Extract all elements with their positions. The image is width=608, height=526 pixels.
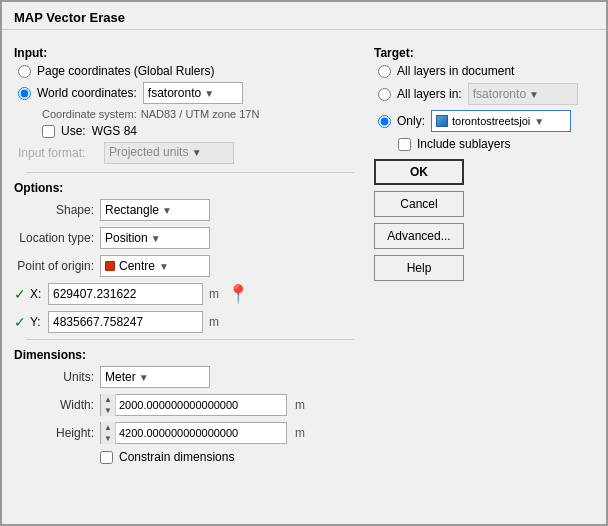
x-label: X: xyxy=(30,287,41,301)
include-sublayers-label: Include sublayers xyxy=(417,137,510,151)
options-label: Options: xyxy=(14,181,366,195)
format-label: Input format: xyxy=(18,146,98,160)
world-coords-select[interactable]: fsatoronto ▼ xyxy=(143,82,243,104)
units-value: Meter xyxy=(105,370,136,384)
all-layers-radio[interactable] xyxy=(378,65,391,78)
all-layers-in-row: All layers in: fsatoronto ▼ xyxy=(378,83,594,105)
width-input-wrap: ▲ ▼ xyxy=(100,394,287,416)
coord-system-value: NAD83 / UTM zone 17N xyxy=(141,108,260,120)
page-coords-radio[interactable] xyxy=(18,65,31,78)
units-select[interactable]: Meter ▼ xyxy=(100,366,210,388)
width-unit: m xyxy=(295,398,305,412)
x-row: ✓ X: m 📍 xyxy=(14,283,366,305)
page-coords-label: Page coordinates (Global Rulers) xyxy=(37,64,214,78)
location-type-row: Location type: Position ▼ xyxy=(14,227,366,249)
origin-arrow: ▼ xyxy=(159,261,169,272)
all-layers-label: All layers in document xyxy=(397,64,514,78)
width-input[interactable] xyxy=(116,397,286,413)
use-checkbox[interactable] xyxy=(42,125,55,138)
units-label: Units: xyxy=(14,370,94,384)
width-spin-up[interactable]: ▲ xyxy=(101,394,115,405)
format-row: Input format: Projected units ▼ xyxy=(18,142,366,164)
include-sublayers-checkbox[interactable] xyxy=(398,138,411,151)
use-value: WGS 84 xyxy=(92,124,137,138)
location-type-arrow: ▼ xyxy=(151,233,161,244)
height-label: Height: xyxy=(14,426,94,440)
include-sublayers-row: Include sublayers xyxy=(398,137,594,151)
dimensions-section: Dimensions: Units: Meter ▼ Width: ▲ ▼ xyxy=(14,348,366,464)
help-button[interactable]: Help xyxy=(374,255,464,281)
buttons-panel: OK Cancel Advanced... Help xyxy=(374,159,464,281)
height-row: Height: ▲ ▼ m xyxy=(14,422,366,444)
format-value: Projected units xyxy=(109,145,188,159)
input-format-select: Projected units ▼ xyxy=(104,142,234,164)
only-select[interactable]: torontostreetsjoi ▼ xyxy=(431,110,571,132)
input-section-label: Input: xyxy=(14,46,366,60)
coord-system-label: Coordinate system: xyxy=(42,108,137,120)
dimensions-label: Dimensions: xyxy=(14,348,366,362)
only-radio[interactable] xyxy=(378,115,391,128)
coord-system-row: Coordinate system: NAD83 / UTM zone 17N xyxy=(42,108,366,120)
options-section: Options: Shape: Rectangle ▼ Location typ… xyxy=(14,181,366,333)
x-input[interactable] xyxy=(48,283,203,305)
layer-icon xyxy=(436,115,448,127)
location-type-label: Location type: xyxy=(14,231,94,245)
x-unit: m xyxy=(209,287,219,301)
world-coords-radio[interactable] xyxy=(18,87,31,100)
input-panel: Input: Page coordinates (Global Rulers) … xyxy=(14,40,366,468)
origin-icon xyxy=(105,261,115,271)
height-unit: m xyxy=(295,426,305,440)
shape-value: Rectangle xyxy=(105,203,159,217)
height-spin-up[interactable]: ▲ xyxy=(101,422,115,433)
advanced-button[interactable]: Advanced... xyxy=(374,223,464,249)
width-spinner[interactable]: ▲ ▼ xyxy=(101,394,116,416)
world-select-value: fsatoronto xyxy=(148,86,201,100)
width-label: Width: xyxy=(14,398,94,412)
point-of-origin-row: Point of origin: Centre ▼ xyxy=(14,255,366,277)
width-row: Width: ▲ ▼ m xyxy=(14,394,366,416)
target-section-label: Target: xyxy=(374,46,594,60)
constrain-checkbox[interactable] xyxy=(100,451,113,464)
world-coords-label: World coordinates: xyxy=(37,86,137,100)
target-panel: Target: All layers in document All layer… xyxy=(374,40,594,151)
all-layers-in-select: fsatoronto ▼ xyxy=(468,83,578,105)
y-unit: m xyxy=(209,315,219,329)
height-spin-down[interactable]: ▼ xyxy=(101,433,115,444)
all-layers-in-radio[interactable] xyxy=(378,88,391,101)
page-coords-row: Page coordinates (Global Rulers) xyxy=(18,64,366,78)
only-row: Only: torontostreetsjoi ▼ xyxy=(378,110,594,132)
all-layers-in-arrow: ▼ xyxy=(529,89,539,100)
y-checkmark: ✓ xyxy=(14,314,26,330)
ok-button[interactable]: OK xyxy=(374,159,464,185)
constrain-label: Constrain dimensions xyxy=(119,450,234,464)
y-input[interactable] xyxy=(48,311,203,333)
all-layers-in-value: fsatoronto xyxy=(473,87,526,101)
constrain-row: Constrain dimensions xyxy=(100,450,366,464)
point-of-origin-value: Centre xyxy=(119,259,155,273)
shape-row: Shape: Rectangle ▼ xyxy=(14,199,366,221)
only-value: torontostreetsjoi xyxy=(452,115,530,127)
y-label: Y: xyxy=(30,315,41,329)
shape-select[interactable]: Rectangle ▼ xyxy=(100,199,210,221)
use-label: Use: xyxy=(61,124,86,138)
use-row: Use: WGS 84 xyxy=(42,124,366,138)
pin-icon: 📍 xyxy=(227,283,249,305)
location-type-select[interactable]: Position ▼ xyxy=(100,227,210,249)
y-label-wrap: ✓ Y: xyxy=(14,314,44,330)
units-arrow: ▼ xyxy=(139,372,149,383)
x-checkmark: ✓ xyxy=(14,286,26,302)
shape-arrow: ▼ xyxy=(162,205,172,216)
units-row: Units: Meter ▼ xyxy=(14,366,366,388)
cancel-button[interactable]: Cancel xyxy=(374,191,464,217)
height-spinner[interactable]: ▲ ▼ xyxy=(101,422,116,444)
only-arrow: ▼ xyxy=(534,116,544,127)
all-layers-in-label: All layers in: xyxy=(397,87,462,101)
format-arrow: ▼ xyxy=(192,147,202,158)
shape-label: Shape: xyxy=(14,203,94,217)
width-spin-down[interactable]: ▼ xyxy=(101,405,115,416)
x-label-wrap: ✓ X: xyxy=(14,286,44,302)
point-of-origin-select[interactable]: Centre ▼ xyxy=(100,255,210,277)
height-input-wrap: ▲ ▼ xyxy=(100,422,287,444)
only-label: Only: xyxy=(397,114,425,128)
height-input[interactable] xyxy=(116,425,286,441)
